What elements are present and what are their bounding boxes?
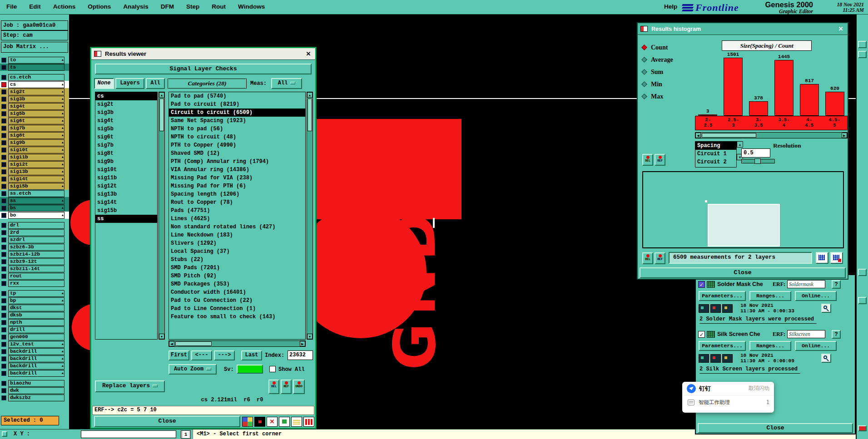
layer-name[interactable]: bp	[8, 297, 64, 304]
layer-name[interactable]: ss	[8, 197, 64, 204]
result-view-icon[interactable]	[710, 354, 721, 363]
layer-name[interactable]: backdrill	[8, 348, 64, 355]
histogram-hscrollbar[interactable]: ◀ ▶	[695, 132, 848, 138]
layer-row[interactable]: sig11b	[0, 153, 69, 161]
layer-name[interactable]: sig3b	[8, 96, 64, 103]
next-button[interactable]: --->	[214, 350, 235, 360]
close-icon[interactable]	[837, 25, 845, 33]
screen-view-icon[interactable]	[254, 417, 265, 427]
menu-help[interactable]: Help	[664, 3, 677, 10]
layer-name[interactable]: dwk	[8, 387, 64, 394]
diamond-radio-icon[interactable]	[641, 94, 647, 99]
viewer-layer-item[interactable]: sig13b	[95, 190, 157, 198]
menu-item[interactable]: DFM	[161, 3, 174, 10]
help-button[interactable]: ?	[832, 280, 841, 289]
result-view-icon[interactable]	[722, 354, 733, 363]
stat-option[interactable]: Count	[642, 41, 692, 54]
result-view-icon[interactable]	[722, 304, 733, 313]
layer-visibility-checkbox[interactable]	[1, 89, 6, 94]
layer-visibility-checkbox[interactable]	[1, 191, 6, 196]
category-item[interactable]: Pad to pad (5740)	[169, 92, 305, 100]
ref-button[interactable]: REF	[655, 252, 665, 264]
coords-mode-button[interactable]	[2, 431, 7, 437]
layer-visibility-checkbox[interactable]	[1, 82, 6, 87]
layer-visibility-checkbox[interactable]	[1, 266, 6, 271]
layer-visibility-checkbox[interactable]	[1, 65, 6, 70]
layer-visibility-checkbox[interactable]	[1, 206, 6, 211]
resolution-input[interactable]: 0.5	[741, 148, 770, 158]
layers-palette-icon[interactable]	[242, 417, 253, 427]
layer-visibility-checkbox[interactable]	[1, 97, 6, 102]
popup-assistant-row[interactable]: 智能工作助理 1	[682, 395, 774, 409]
layer-name[interactable]: biaozhu	[8, 380, 64, 387]
menu-item[interactable]: Analysis	[123, 3, 149, 10]
scroll-left-icon[interactable]: ◀	[169, 341, 174, 346]
scroll-left-icon[interactable]: ◀	[695, 133, 701, 138]
categories-scrollbar[interactable]: ▲ ▼	[307, 92, 313, 340]
layer-visibility-checkbox[interactable]	[1, 335, 6, 340]
layer-row[interactable]: ts	[0, 64, 69, 71]
delete-measure-icon[interactable]	[267, 417, 278, 427]
xy-input[interactable]	[81, 430, 176, 438]
category-item[interactable]: Spacing length (1206)	[169, 190, 305, 198]
layer-row[interactable]: sig3b	[0, 95, 69, 103]
layer-visibility-checkbox[interactable]	[1, 371, 6, 376]
layer-visibility-checkbox[interactable]	[1, 252, 6, 257]
layer-visibility-checkbox[interactable]	[1, 327, 6, 332]
layer-visibility-checkbox[interactable]	[1, 395, 6, 400]
layer-row[interactable]: sig8t	[0, 132, 69, 139]
histogram-bar[interactable]	[749, 101, 768, 116]
scroll-thumb[interactable]	[702, 133, 756, 138]
viewer-layer-item[interactable]: sig2t	[95, 100, 157, 109]
layer-visibility-checkbox[interactable]	[1, 230, 6, 235]
meas-dropdown[interactable]: All	[271, 78, 302, 89]
layer-name[interactable]: dwkszbz	[8, 395, 64, 401]
scroll-right-icon[interactable]: ▶	[842, 133, 847, 138]
category-item[interactable]: NPTH to pad (56)	[169, 125, 305, 133]
layer-name[interactable]: sig6t	[8, 118, 64, 124]
layer-name[interactable]: ss.etch	[8, 190, 64, 197]
layer-row[interactable]: dkst	[0, 304, 69, 311]
layer-row[interactable]: sig12t	[0, 161, 69, 168]
online-button[interactable]: Online...	[795, 291, 837, 301]
diamond-radio-icon[interactable]	[641, 81, 647, 87]
layer-row[interactable]: drl	[0, 222, 69, 229]
category-item[interactable]: Rout to Copper (78)	[169, 198, 305, 207]
layer-row[interactable]: sig9b	[0, 139, 69, 146]
category-item[interactable]: Local Spacing (37)	[169, 247, 305, 256]
diamond-radio-icon[interactable]	[641, 44, 647, 50]
layer-row[interactable]: sig10t	[0, 146, 69, 153]
layer-row[interactable]: dwk	[0, 387, 69, 394]
last-button[interactable]: Last	[241, 350, 262, 360]
layer-name[interactable]: cs.etch	[8, 74, 64, 81]
prev-button[interactable]: <---	[191, 350, 212, 360]
del-button[interactable]: DEL	[642, 154, 653, 166]
category-item[interactable]: Pad to circuit (8219)	[169, 100, 305, 109]
layer-row[interactable]: bo	[0, 212, 69, 219]
layer-name[interactable]: sig4t	[8, 103, 64, 110]
result-view-icon[interactable]	[699, 354, 709, 363]
layer-name[interactable]: sig9b	[8, 139, 64, 146]
layer-row[interactable]: rxx	[0, 280, 69, 287]
scroll-right-icon[interactable]: ▶	[300, 341, 305, 346]
replace-layers-button[interactable]: Replace layers	[95, 380, 165, 392]
category-item[interactable]: PTH (Comp) Annular ring (1794)	[169, 158, 305, 166]
layer-row[interactable]: dwkszbz	[0, 394, 69, 401]
ranges-button[interactable]: Ranges...	[749, 291, 791, 301]
stat-option[interactable]: Sum	[642, 66, 692, 78]
resolution-slider[interactable]	[741, 159, 775, 163]
job-matrix-button[interactable]: Job Matrix ...	[1, 42, 68, 53]
viewer-titlebar[interactable]: Results viewer	[91, 48, 315, 60]
scroll-up-icon[interactable]: ▲	[307, 92, 312, 98]
selector-up-icon[interactable]: ▲	[737, 141, 743, 148]
layer-visibility-checkbox[interactable]	[1, 364, 6, 369]
layer-visibility-checkbox[interactable]	[1, 223, 6, 228]
viewer-layer-item[interactable]: sig3b	[95, 109, 157, 117]
layer-name[interactable]: backdrill	[8, 355, 64, 362]
layer-name[interactable]: sig7b	[8, 125, 64, 132]
erf-input[interactable]: Silkscreen	[787, 330, 825, 338]
layer-name[interactable]: dksb	[8, 312, 64, 319]
layer-row[interactable]: npth	[0, 319, 69, 326]
layer-name[interactable]: sig8t	[8, 132, 64, 139]
scroll-up-icon[interactable]: ▲	[159, 92, 164, 98]
